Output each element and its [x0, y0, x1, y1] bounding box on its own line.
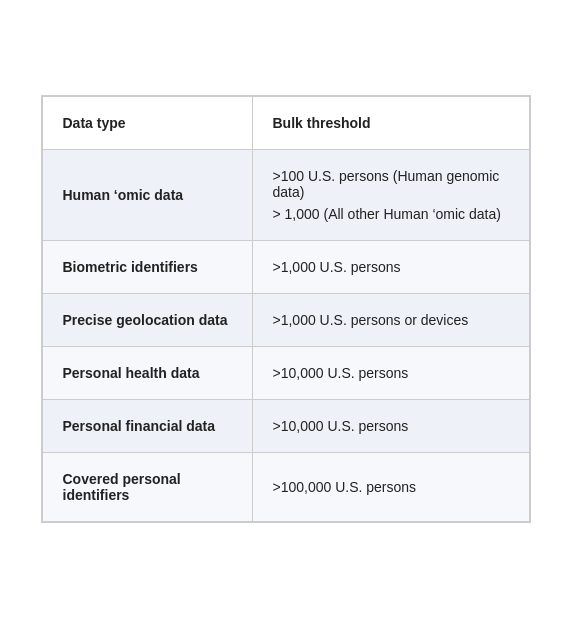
col-header-data-type: Data type — [42, 97, 252, 150]
cell-data-type: Precise geolocation data — [42, 294, 252, 347]
table-row: Personal health data>10,000 U.S. persons — [42, 347, 529, 400]
cell-data-type: Biometric identifiers — [42, 241, 252, 294]
cell-threshold: >1,000 U.S. persons — [252, 241, 529, 294]
cell-data-type: Human ‘omic data — [42, 150, 252, 241]
table-row: Precise geolocation data>1,000 U.S. pers… — [42, 294, 529, 347]
table-row: Personal financial data>10,000 U.S. pers… — [42, 400, 529, 453]
col-header-bulk-threshold: Bulk threshold — [252, 97, 529, 150]
cell-threshold: >10,000 U.S. persons — [252, 400, 529, 453]
bulk-threshold-table: Data type Bulk threshold Human ‘omic dat… — [41, 95, 531, 523]
table-row: Covered personal identifiers>100,000 U.S… — [42, 453, 529, 522]
table-row: Human ‘omic data>100 U.S. persons (Human… — [42, 150, 529, 241]
cell-threshold: >10,000 U.S. persons — [252, 347, 529, 400]
table-header-row: Data type Bulk threshold — [42, 97, 529, 150]
cell-threshold: >100,000 U.S. persons — [252, 453, 529, 522]
cell-data-type: Personal health data — [42, 347, 252, 400]
cell-threshold: >100 U.S. persons (Human genomic data)> … — [252, 150, 529, 241]
table-row: Biometric identifiers>1,000 U.S. persons — [42, 241, 529, 294]
cell-data-type: Covered personal identifiers — [42, 453, 252, 522]
cell-threshold: >1,000 U.S. persons or devices — [252, 294, 529, 347]
cell-data-type: Personal financial data — [42, 400, 252, 453]
